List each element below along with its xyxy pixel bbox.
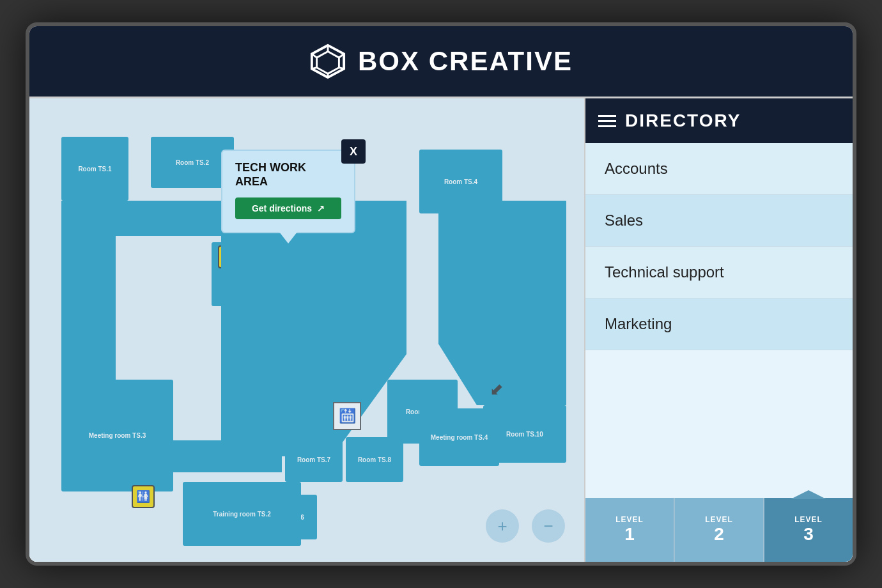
header: BOX CREATIVE: [29, 26, 853, 97]
level-buttons: LEVEL 1 LEVEL 2 LEVEL 3: [585, 498, 853, 562]
meeting-ts3[interactable]: Meeting room TS.3: [61, 380, 173, 491]
popup-close-button[interactable]: X: [341, 139, 366, 164]
hamburger-line-3: [598, 125, 616, 127]
corridor-right: [438, 201, 566, 405]
stairs-icon-2: ⬋: [490, 380, 504, 399]
svg-marker-1: [317, 52, 339, 74]
level-3-num: 3: [803, 524, 814, 545]
corridor-center: [221, 201, 406, 456]
training-ts2[interactable]: Training room TS.2: [183, 482, 301, 546]
hamburger-line-1: [598, 115, 616, 117]
level-1-button[interactable]: LEVEL 1: [585, 498, 675, 562]
get-directions-button[interactable]: Get directions ↗: [235, 197, 341, 219]
logo-icon: [309, 43, 346, 80]
meeting-ts4[interactable]: Meeting room TS.4: [419, 408, 499, 466]
directory-item-sales[interactable]: Sales: [585, 195, 853, 247]
toilet-icon-3: 🚻: [132, 485, 155, 508]
zoom-controls: + −: [486, 509, 565, 543]
main-area: Room TS.1 Room TS.2 Meeting room TS.2 🚻: [29, 97, 853, 562]
level-2-button[interactable]: LEVEL 2: [675, 498, 764, 562]
app-title: BOX CREATIVE: [358, 46, 573, 77]
room-ts7[interactable]: Room TS.7: [285, 437, 343, 482]
popup-title: TECH WORK AREA: [235, 161, 341, 189]
logo-container: BOX CREATIVE: [309, 43, 573, 80]
directory-items: Accounts Sales Technical support Marketi…: [585, 143, 853, 498]
hamburger-line-2: [598, 120, 616, 122]
room-ts1[interactable]: Room TS.1: [61, 137, 128, 201]
level-3-button[interactable]: LEVEL 3: [764, 498, 853, 562]
directory-item-technical-support[interactable]: Technical support: [585, 247, 853, 298]
elevator-icon: 🛗: [333, 402, 361, 430]
sidebar: DIRECTORY Accounts Sales Technical suppo…: [584, 98, 853, 562]
zoom-in-button[interactable]: +: [486, 509, 519, 543]
screen: BOX CREATIVE Room TS.1 Room TS.2 Meeting…: [26, 22, 856, 566]
directions-label: Get directions: [252, 203, 312, 213]
hamburger-icon[interactable]: [598, 115, 616, 127]
tech-work-area-popup: X TECH WORK AREA Get directions ↗: [221, 150, 355, 233]
svg-line-5: [312, 68, 317, 69]
level-2-word: LEVEL: [705, 515, 733, 524]
level-2-num: 2: [714, 524, 724, 545]
directory-item-marketing[interactable]: Marketing: [585, 298, 853, 350]
svg-line-4: [339, 68, 344, 69]
zoom-out-button[interactable]: −: [532, 509, 565, 543]
level-3-word: LEVEL: [794, 515, 823, 524]
corridor-bottom: [116, 440, 282, 472]
sidebar-header: DIRECTORY: [585, 98, 853, 143]
level-1-num: 1: [624, 524, 635, 545]
level-1-word: LEVEL: [615, 515, 644, 524]
room-ts8[interactable]: Room TS.8: [346, 437, 403, 482]
directory-item-accounts[interactable]: Accounts: [585, 143, 853, 195]
directions-arrow-icon: ↗: [317, 203, 325, 213]
map-area: Room TS.1 Room TS.2 Meeting room TS.2 🚻: [29, 98, 584, 562]
sidebar-title: DIRECTORY: [625, 111, 741, 131]
